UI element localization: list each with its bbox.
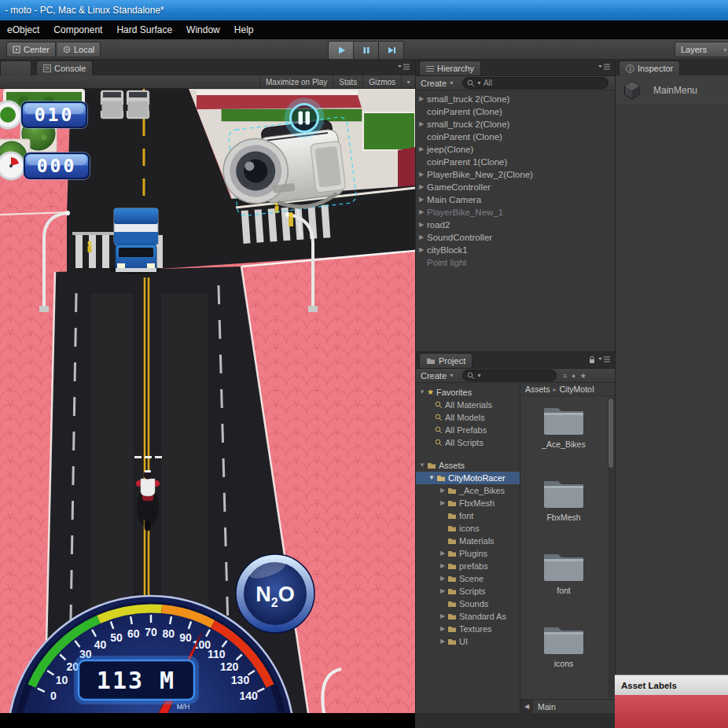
tree-item[interactable]: Materials [416, 535, 520, 547]
menu-help[interactable]: Help [227, 20, 261, 39]
project-create-button[interactable]: Create▼ [416, 371, 459, 381]
breadcrumb-current[interactable]: CityMotoI [560, 384, 594, 394]
speed-tick-60: 60 [127, 627, 140, 640]
hierarchy-item[interactable]: Point light [416, 256, 615, 269]
search-by-type-icon[interactable]: ≡ [563, 372, 567, 380]
tree-favorites[interactable]: ▼★ Favorites [416, 386, 520, 399]
tree-item-all-prefabs[interactable]: All Prefabs [416, 424, 520, 436]
project-search-input[interactable]: ▼ [462, 370, 557, 381]
game-tab-stub[interactable] [0, 61, 31, 75]
panel-menu-icon[interactable] [398, 63, 410, 71]
favorites-filter-icon[interactable]: ★ [580, 372, 586, 380]
pivot-center-button[interactable]: Center [6, 42, 56, 57]
tree-item[interactable]: ▶Plugins [416, 547, 520, 560]
asset-labels-header[interactable]: Asset Labels [615, 675, 728, 695]
unity-editor-window: - moto - PC, Mac & Linux Standalone* eOb… [0, 0, 728, 728]
title-bar[interactable]: - moto - PC, Mac & Linux Standalone* [0, 0, 728, 20]
menu-gameobject[interactable]: eObject [0, 20, 46, 39]
menu-window[interactable]: Window [179, 20, 227, 39]
project-panel-menu-icon[interactable] [598, 355, 611, 363]
maximize-on-play-button[interactable]: Maximize on Play [259, 75, 333, 88]
play-button[interactable] [328, 41, 354, 60]
tree-item[interactable]: font [416, 509, 520, 522]
hierarchy-item[interactable]: ▶GameController [416, 181, 615, 193]
console-tab[interactable]: Console [36, 61, 93, 75]
project-tab[interactable]: Project [419, 353, 472, 368]
hud-pause-button[interactable] [287, 101, 322, 135]
hierarchy-create-button[interactable]: Create▼ [416, 79, 459, 88]
hierarchy-item[interactable]: coinParent (Clone) [416, 131, 615, 143]
asset-folder-label: _Ace_Bikes [542, 439, 585, 449]
panel-options-icon [398, 63, 410, 71]
inspector-object-header: MainMenu [616, 75, 728, 105]
menu-bar: eObject Component Hard Surface Window He… [0, 20, 728, 39]
hierarchy-item[interactable]: ▶small_truck 2(Clone) [416, 118, 615, 131]
scrollbar-thumb[interactable] [609, 399, 613, 468]
space-local-button[interactable]: Local [57, 42, 101, 57]
tree-item-all-materials[interactable]: All Materials [416, 399, 520, 411]
hierarchy-item[interactable]: ▶SoundController [416, 231, 615, 244]
tree-item[interactable]: ▶Scripts [416, 585, 520, 597]
tree-item-all-models[interactable]: All Models [416, 411, 520, 424]
asset-folder[interactable]: FbxMesh [528, 475, 599, 540]
tree-item[interactable]: ▶UI [416, 635, 520, 648]
lock-icon[interactable] [588, 355, 596, 365]
tree-item[interactable]: ▶Scene [416, 572, 520, 585]
hierarchy-item[interactable]: ▶cityBlock1 [416, 244, 615, 256]
hierarchy-tab[interactable]: Hierarchy [419, 61, 481, 75]
hierarchy-item[interactable]: ▶small_truck 2(Clone) [416, 93, 615, 105]
hierarchy-icon [426, 65, 434, 72]
hierarchy-item[interactable]: ▶jeep(Clone) [416, 143, 615, 156]
tree-item[interactable]: ▶Standard As [416, 610, 520, 623]
stats-button[interactable]: Stats [333, 75, 362, 88]
hierarchy-panel-menu-icon[interactable] [598, 63, 611, 71]
game-tab-strip: Console [0, 60, 415, 76]
search-icon [467, 79, 475, 87]
vertical-scrollbar[interactable] [608, 397, 614, 697]
tree-item-all-scripts[interactable]: All Scripts [416, 436, 520, 449]
tree-item[interactable]: Sounds [416, 597, 520, 610]
breadcrumb-root[interactable]: Assets [525, 384, 550, 394]
tree-item[interactable]: ▶prefabs [416, 560, 520, 572]
search-filter-caret[interactable]: ▼ [476, 373, 482, 378]
bottom-filler [415, 713, 615, 728]
asset-folder[interactable]: _Ace_Bikes [528, 402, 599, 467]
layers-dropdown[interactable]: Layers ▼ [675, 42, 728, 57]
asset-labels-title: Asset Labels [621, 681, 677, 690]
gizmos-dropdown[interactable]: Gizmos [362, 75, 401, 88]
gizmos-caret[interactable]: ▼ [401, 75, 415, 88]
tree-item[interactable]: ▶FbxMesh [416, 497, 520, 509]
tree-item-citymotoracer[interactable]: ▼ CityMotoRacer [416, 472, 520, 484]
game-viewport[interactable]: 010 000 N [0, 89, 415, 713]
menu-component[interactable]: Component [46, 20, 109, 39]
inspector-tab[interactable]: Inspector [619, 61, 680, 75]
search-filter-caret[interactable]: ▼ [476, 80, 482, 86]
back-arrow-button[interactable]: ◀ [520, 700, 533, 714]
breadcrumb[interactable]: Assets ▸ CityMotoI [520, 383, 615, 396]
tree-item[interactable]: icons [416, 522, 520, 535]
tree-item[interactable]: ▶Textures [416, 623, 520, 635]
hud-nitro-button[interactable]: N2O [236, 554, 314, 633]
speed-tick-70: 70 [145, 626, 157, 638]
hierarchy-item[interactable]: coinParent (Clone) [416, 105, 615, 118]
big-folder-icon [542, 402, 585, 436]
asset-folder[interactable]: icons [528, 621, 599, 686]
tree-assets[interactable]: ▼ Assets [416, 459, 520, 472]
asset-folder[interactable]: font [528, 548, 599, 613]
hierarchy-item[interactable]: ▶PlayerBike_New_2(Clone) [416, 168, 615, 181]
play-icon [336, 45, 347, 56]
tree-item[interactable]: ▶_Ace_Bikes [416, 484, 520, 497]
speed-unit: M/H [177, 703, 190, 711]
pause-button[interactable] [354, 41, 379, 60]
hierarchy-item[interactable]: ▶PlayerBike_New_1 [416, 206, 615, 219]
hierarchy-list: ▶small_truck 2(Clone) coinParent (Clone)… [416, 90, 615, 351]
hierarchy-item[interactable]: ▶road2 [416, 219, 615, 231]
main-toolbar: Center Local Layers ▼ [0, 39, 728, 60]
step-button[interactable] [379, 41, 404, 60]
hierarchy-search-input[interactable]: ▼ All [462, 77, 609, 89]
menu-hard-surface[interactable]: Hard Surface [109, 20, 179, 39]
speed-value: 113 M [97, 667, 175, 694]
hierarchy-item[interactable]: ▶Main Camera [416, 193, 615, 206]
search-by-label-icon[interactable]: ♦ [572, 372, 575, 380]
hierarchy-item[interactable]: coinParent 1(Clone) [416, 156, 615, 168]
